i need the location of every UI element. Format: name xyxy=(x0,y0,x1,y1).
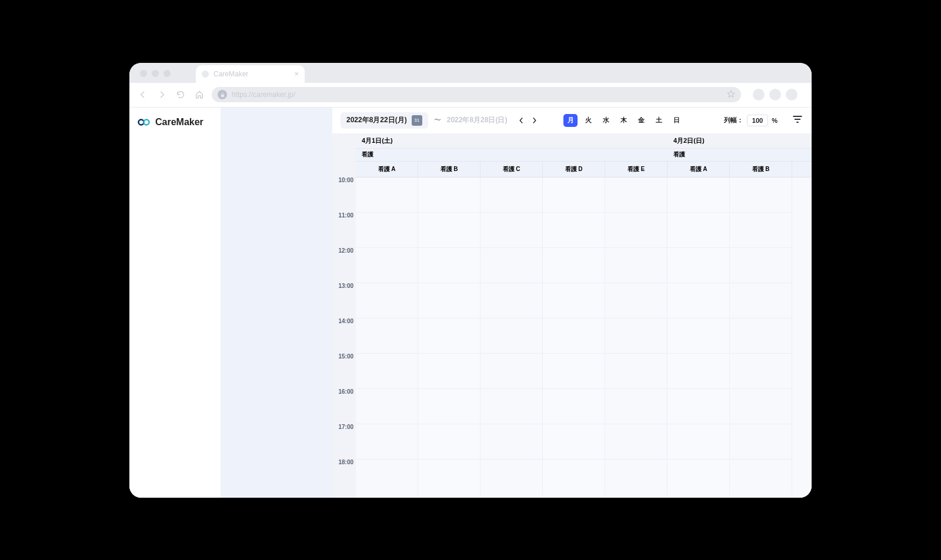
bookmark-star-icon[interactable] xyxy=(727,90,735,100)
nav-reload-icon[interactable] xyxy=(174,88,187,101)
date-start-picker[interactable]: 2022年8月22日(月) 31 xyxy=(341,112,428,129)
day-pill-wed[interactable]: 水 xyxy=(599,114,613,127)
svg-marker-1 xyxy=(728,90,735,97)
time-label: 18:00 xyxy=(332,460,356,495)
logo-icon xyxy=(138,118,152,127)
calendar-icon: 31 xyxy=(412,115,422,126)
staff-header-cell: 看護 E xyxy=(605,162,668,177)
day-pill-fri[interactable]: 金 xyxy=(634,114,648,127)
grid-column xyxy=(668,177,730,495)
address-bar[interactable]: https://caremaker.jp/ xyxy=(212,87,741,102)
staff-header-cell: 看護 B xyxy=(418,162,480,177)
browser-tab-strip: CareMaker × xyxy=(129,63,812,83)
grid-column xyxy=(730,177,792,495)
day-pill-mon[interactable]: 月 xyxy=(563,114,578,127)
date-range-separator: 〜 xyxy=(434,115,441,125)
day-date: 4月1日(土) xyxy=(356,133,668,149)
svg-rect-0 xyxy=(221,95,223,97)
time-label: 10:00 xyxy=(332,177,356,213)
window-min-dot[interactable] xyxy=(152,70,159,77)
staff-header-cell: 看護 A xyxy=(668,162,730,177)
time-label: 14:00 xyxy=(332,318,356,354)
time-label: 13:00 xyxy=(332,283,356,318)
date-start-value: 2022年8月22日(月) xyxy=(346,115,407,125)
column-width-control: 列幅： 100 % xyxy=(724,115,778,126)
nav-back-icon[interactable] xyxy=(136,88,149,101)
schedule-grid[interactable] xyxy=(356,177,812,495)
extension-slot[interactable] xyxy=(753,89,765,100)
sidebar-secondary xyxy=(221,108,332,498)
window-max-dot[interactable] xyxy=(163,70,171,77)
date-nav-arrows xyxy=(515,113,540,128)
day-grid-2 xyxy=(668,177,812,495)
day-pill-sun[interactable]: 日 xyxy=(669,114,683,127)
grid-column xyxy=(418,177,480,495)
schedule-body: 4月1日(土) 看護 看護 A 看護 B 看護 C 看護 D 看護 E xyxy=(356,133,812,498)
time-label: 11:00 xyxy=(332,213,356,248)
time-gutter: 10:00 11:00 12:00 13:00 14:00 15:00 16:0… xyxy=(332,133,356,498)
schedule-header: 4月1日(土) 看護 看護 A 看護 B 看護 C 看護 D 看護 E xyxy=(356,133,812,177)
date-end-value: 2022年8月28日(日) xyxy=(447,115,508,125)
staff-header-cell: 看護 B xyxy=(730,162,792,177)
staff-header-row: 看護 A 看護 B xyxy=(668,162,812,177)
window-controls xyxy=(135,64,175,83)
extension-slot[interactable] xyxy=(786,89,797,100)
staff-header-cell: 看護 C xyxy=(480,162,543,177)
column-width-value[interactable]: 100 xyxy=(747,115,768,126)
tab-favicon xyxy=(202,71,209,78)
tab-close-icon[interactable]: × xyxy=(294,69,299,78)
staff-header-cell: 看護 A xyxy=(356,162,418,177)
day-group: 看護 xyxy=(356,149,668,162)
day-date: 4月2日(日) xyxy=(668,133,812,149)
day-column-header-1: 4月1日(土) 看護 看護 A 看護 B 看護 C 看護 D 看護 E xyxy=(356,133,668,177)
schedule-area: 10:00 11:00 12:00 13:00 14:00 15:00 16:0… xyxy=(332,133,812,498)
extension-slot[interactable] xyxy=(769,89,781,100)
app-logo[interactable]: CareMaker xyxy=(138,117,212,128)
browser-extensions xyxy=(753,89,797,100)
nav-forward-icon[interactable] xyxy=(155,88,168,101)
staff-header-row: 看護 A 看護 B 看護 C 看護 D 看護 E xyxy=(356,162,668,177)
window-close-dot[interactable] xyxy=(140,70,147,77)
device-frame: CareMaker × https://caremaker.jp/ xyxy=(129,63,812,498)
tab-title: CareMaker xyxy=(213,70,248,78)
grid-column xyxy=(480,177,543,495)
day-column-header-2: 4月2日(日) 看護 看護 A 看護 B xyxy=(668,133,812,177)
sidebar-logo-panel: CareMaker xyxy=(129,108,221,498)
grid-column xyxy=(605,177,668,495)
date-next-button[interactable] xyxy=(528,113,540,128)
grid-column xyxy=(356,177,418,495)
browser-toolbar: https://caremaker.jp/ xyxy=(129,83,812,108)
day-pill-thu[interactable]: 木 xyxy=(616,114,630,127)
controls-bar: 2022年8月22日(月) 31 〜 2022年8月28日(日) 月 火 水 木… xyxy=(332,108,812,133)
svg-point-2 xyxy=(139,119,144,125)
time-label: 16:00 xyxy=(332,389,356,424)
date-prev-button[interactable] xyxy=(515,113,527,128)
day-grid-1 xyxy=(356,177,668,495)
column-width-label: 列幅： xyxy=(724,116,743,125)
grid-column xyxy=(543,177,605,495)
main-panel: 2022年8月22日(月) 31 〜 2022年8月28日(日) 月 火 水 木… xyxy=(332,108,812,498)
time-label: 17:00 xyxy=(332,424,356,460)
lock-icon xyxy=(218,90,227,99)
time-label: 12:00 xyxy=(332,248,356,283)
day-pill-sat[interactable]: 土 xyxy=(652,114,666,127)
app-body: CareMaker 2022年8月22日(月) 31 〜 2022年8月28日(… xyxy=(129,108,812,498)
filter-icon xyxy=(792,113,803,125)
logo-text: CareMaker xyxy=(155,117,203,128)
nav-home-icon[interactable] xyxy=(193,88,206,101)
staff-header-cell: 看護 D xyxy=(543,162,605,177)
day-of-week-selector: 月 火 水 木 金 土 日 xyxy=(563,114,683,127)
time-label: 15:00 xyxy=(332,354,356,389)
address-url: https://caremaker.jp/ xyxy=(232,90,295,99)
filter-button[interactable] xyxy=(792,113,803,127)
column-width-unit: % xyxy=(772,117,778,124)
day-group: 看護 xyxy=(668,149,812,162)
browser-tab[interactable]: CareMaker × xyxy=(196,65,305,83)
svg-point-3 xyxy=(144,119,149,125)
day-pill-tue[interactable]: 火 xyxy=(581,114,595,127)
